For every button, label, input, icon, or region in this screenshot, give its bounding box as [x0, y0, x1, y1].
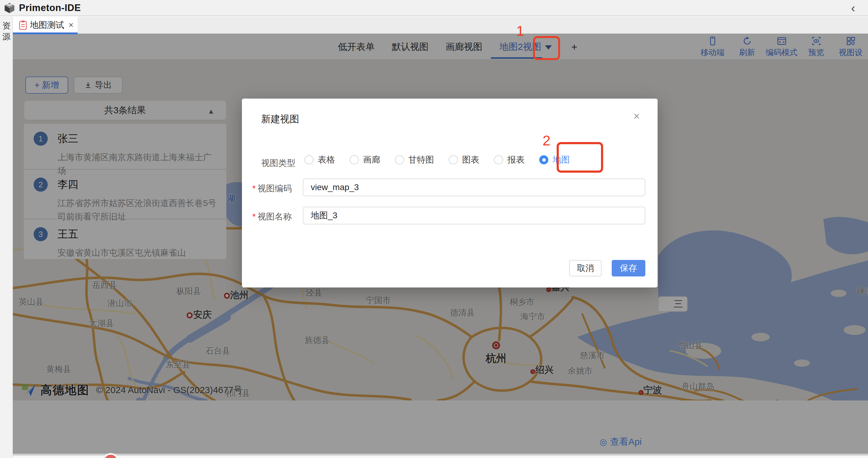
view-type-radio-group: 表格 画廊 甘特图 图表 报表 地图	[304, 153, 585, 167]
radio-selected-icon	[539, 155, 548, 164]
bottom-edge	[0, 456, 868, 458]
document-tab-strip: 地图测试 ×	[13, 17, 868, 34]
view-code-input[interactable]	[303, 178, 645, 196]
app-title: Primeton-IDE	[19, 2, 81, 13]
annotation-number-2: 2	[542, 132, 551, 149]
radio-table[interactable]: 表格	[304, 154, 335, 166]
save-button[interactable]: 保存	[612, 260, 645, 277]
tab-map-test[interactable]: 地图测试 ×	[13, 17, 78, 34]
required-mark: *	[252, 184, 256, 193]
radio-gallery[interactable]: 画廊	[349, 154, 380, 166]
active-tab-underline	[13, 32, 78, 34]
view-code-label: *视图编码	[252, 183, 292, 194]
radio-icon	[494, 155, 503, 164]
radio-report[interactable]: 报表	[494, 154, 525, 166]
title-bar: Primeton-IDE ‹	[0, 0, 868, 16]
resource-rail[interactable]: 资源	[0, 17, 13, 458]
radio-gantt[interactable]: 甘特图	[395, 154, 434, 166]
annotation-box-step1	[533, 36, 560, 60]
new-view-dialog: 新建视图 × 视图类型 表格 画廊 甘特图 图表 报表	[242, 98, 658, 287]
app-window: Primeton-IDE ‹ 资源 地图测试 ×	[0, 0, 868, 458]
radio-icon	[449, 155, 458, 164]
radio-icon	[349, 155, 359, 164]
annotation-number-1: 1	[516, 23, 524, 39]
annotation-box-step2	[557, 142, 603, 173]
required-mark: *	[252, 212, 256, 221]
view-type-label: 视图类型	[261, 158, 296, 169]
resource-rail-label: 资源	[0, 20, 13, 42]
cancel-button[interactable]: 取消	[569, 260, 601, 277]
tab-title: 地图测试	[30, 19, 64, 31]
tab-close-icon[interactable]: ×	[68, 20, 73, 30]
radio-icon	[395, 155, 404, 164]
view-name-label: *视图名称	[252, 211, 292, 223]
clipboard-icon	[19, 20, 27, 30]
dialog-title: 新建视图	[261, 113, 299, 125]
view-name-input[interactable]	[303, 207, 645, 224]
collapse-chevron-icon[interactable]: ‹	[851, 1, 855, 15]
app-logo-icon	[4, 2, 15, 14]
radio-chart[interactable]: 图表	[449, 154, 479, 166]
close-icon[interactable]: ×	[633, 111, 640, 122]
radio-icon	[304, 155, 313, 164]
